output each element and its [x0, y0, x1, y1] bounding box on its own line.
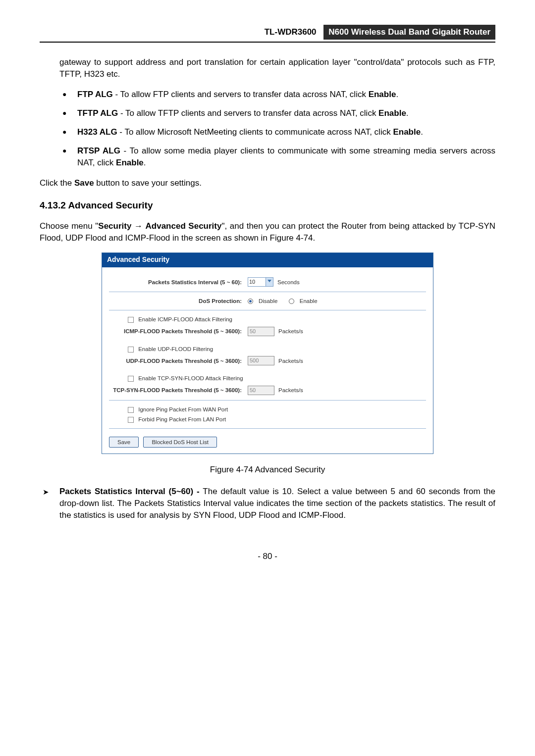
- dos-enable-label: Enable: [300, 297, 318, 305]
- alg-item-rtsp: RTSP ALG - To allow some media player cl…: [59, 145, 495, 169]
- alg-item-tftp-text: - To allow TFTP clients and servers to t…: [118, 108, 378, 118]
- page-header: TL-WDR3600 N600 Wireless Dual Band Gigab…: [40, 25, 495, 43]
- tcp-thresh-label: TCP-SYN-FLOOD Packets Threshold (5 ~ 360…: [109, 386, 248, 394]
- dos-disable-radio[interactable]: [248, 299, 253, 304]
- blocked-dos-button[interactable]: Blocked DoS Host List: [143, 437, 216, 448]
- tcp-filter-checkbox[interactable]: [128, 376, 134, 382]
- page-number: - 80 -: [40, 551, 495, 562]
- alg-item-ftp-title: FTP ALG: [77, 90, 113, 99]
- forbid-lan-checkbox[interactable]: [128, 417, 134, 423]
- icmp-thresh-label: ICMP-FLOOD Packets Threshold (5 ~ 3600):: [109, 327, 248, 335]
- alg-item-h323: H323 ALG - To allow Microsoft NetMeeting…: [59, 126, 495, 138]
- alg-item-ftp-text: - To allow FTP clients and servers to tr…: [113, 90, 369, 99]
- icmp-filter-checkbox[interactable]: [128, 317, 134, 323]
- stat-interval-label: Packets Statistics Interval (5 ~ 60):: [109, 278, 248, 286]
- alg-item-rtsp-title: RTSP ALG: [77, 146, 120, 155]
- udp-filter-label: Enable UDP-FLOOD Filtering: [138, 346, 213, 352]
- alg-item-h323-text: - To allow Microsoft NetMeeting clients …: [117, 127, 393, 137]
- alg-list: FTP ALG - To allow FTP clients and serve…: [59, 89, 495, 168]
- packets-stat-item: Packets Statistics Interval (5~60) - The…: [40, 486, 495, 521]
- chevron-down-icon: [268, 280, 271, 282]
- icmp-thresh-input[interactable]: 50: [248, 327, 274, 336]
- alg-item-ftp: FTP ALG - To allow FTP clients and serve…: [59, 89, 495, 101]
- alg-item-tftp-enable: Enable: [378, 108, 406, 118]
- alg-item-rtsp-enable: Enable: [116, 158, 144, 167]
- stat-interval-unit: Seconds: [277, 278, 300, 286]
- save-instruction: Click the Save button to save your setti…: [40, 177, 495, 189]
- tcp-filter-label: Enable TCP-SYN-FLOOD Attack Filtering: [138, 375, 243, 381]
- alg-item-tftp-title: TFTP ALG: [77, 108, 118, 118]
- icmp-filter-label: Enable ICMP-FLOOD Attack Filtering: [138, 316, 232, 322]
- choose-menu-paragraph: Choose menu "Security → Advanced Securit…: [40, 220, 495, 244]
- tcp-thresh-unit: Packets/s: [278, 386, 303, 394]
- udp-thresh-label: UDP-FLOOD Packets Threshold (5 ~ 3600):: [109, 357, 248, 365]
- alg-item-ftp-enable: Enable: [369, 90, 396, 99]
- ignore-wan-checkbox[interactable]: [128, 407, 134, 413]
- dos-disable-label: Disable: [259, 297, 277, 305]
- dos-protection-label: DoS Protection:: [109, 297, 248, 305]
- advanced-security-panel: Advanced Security Packets Statistics Int…: [102, 252, 433, 454]
- forbid-lan-label: Forbid Ping Packet From LAN Port: [138, 416, 226, 422]
- intro-paragraph: gateway to support address and port tran…: [59, 56, 495, 80]
- section-heading: 4.13.2 Advanced Security: [40, 199, 495, 212]
- dos-enable-radio[interactable]: [289, 299, 294, 304]
- tcp-thresh-input[interactable]: 50: [248, 386, 274, 395]
- stat-interval-select[interactable]: 10: [248, 277, 273, 287]
- icmp-thresh-unit: Packets/s: [278, 327, 303, 335]
- device-title: N600 Wireless Dual Band Gigabit Router: [323, 25, 495, 40]
- ignore-wan-label: Ignore Ping Packet From WAN Port: [138, 406, 228, 412]
- packets-stat-title: Packets Statistics Interval (5~60) -: [59, 487, 203, 496]
- udp-thresh-unit: Packets/s: [278, 357, 303, 365]
- model-label: TL-WDR3600: [265, 27, 321, 37]
- alg-item-h323-enable: Enable: [393, 127, 421, 137]
- udp-thresh-input[interactable]: 500: [248, 356, 274, 365]
- save-button[interactable]: Save: [109, 437, 139, 448]
- udp-filter-checkbox[interactable]: [128, 347, 134, 353]
- figure-caption: Figure 4-74 Advanced Security: [40, 464, 495, 476]
- advanced-security-figure: Advanced Security Packets Statistics Int…: [40, 252, 495, 454]
- alg-item-h323-title: H323 ALG: [77, 127, 117, 137]
- panel-title: Advanced Security: [102, 253, 433, 267]
- alg-item-tftp: TFTP ALG - To allow TFTP clients and ser…: [59, 107, 495, 119]
